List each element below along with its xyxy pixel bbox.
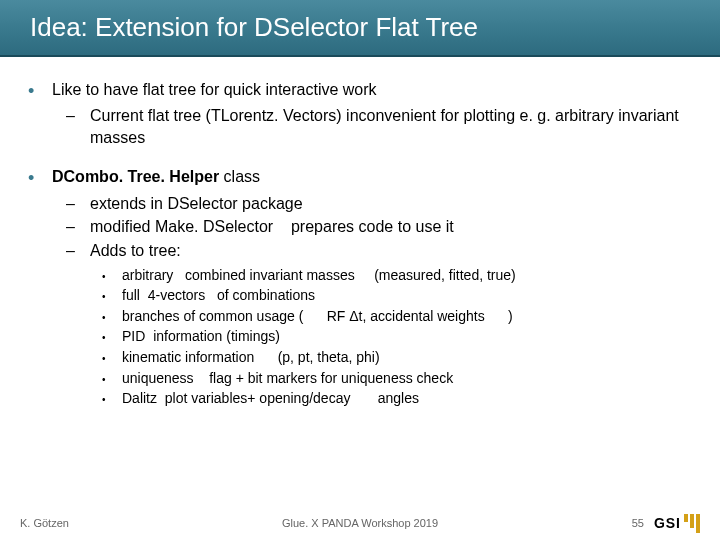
bullet-1-sub-1: Current flat tree (TLorentz. Vectors) in… bbox=[66, 105, 692, 148]
bullet-2-sub-2b: prepares code to use it bbox=[291, 218, 454, 235]
footer: K. Götzen Glue. X PANDA Workshop 2019 55… bbox=[0, 514, 720, 532]
bullet-2-sub-2a: modified Make. DSelector bbox=[90, 218, 273, 235]
ss7c: angles bbox=[378, 390, 419, 406]
bullet-2-sub-3-text: Adds to tree: bbox=[90, 240, 692, 262]
ss7b: plot variables+ opening/decay bbox=[165, 390, 351, 406]
ss3c: ) bbox=[508, 308, 513, 324]
subsub-6: uniqueness flag + bit markers for unique… bbox=[102, 369, 692, 389]
subsub-5: kinematic information (p, pt, theta, phi… bbox=[102, 348, 692, 368]
footer-event: Glue. X PANDA Workshop 2019 bbox=[282, 517, 438, 529]
ss1b: combined invariant masses bbox=[185, 267, 355, 283]
bullet-2-sub-2-text: modified Make. DSelector prepares code t… bbox=[90, 216, 692, 238]
bullet-1-text: Like to have flat tree for quick interac… bbox=[52, 79, 692, 103]
gsi-logo-bars-icon bbox=[684, 514, 700, 533]
subsub-1-text: arbitrary combined invariant masses (mea… bbox=[122, 266, 692, 286]
gsi-logo-text: GSI bbox=[654, 515, 681, 531]
ss4a: PID bbox=[122, 328, 145, 344]
subsub-4-text: PID information (timings) bbox=[122, 327, 692, 347]
ss3a: branches of common usage ( bbox=[122, 308, 303, 324]
subsub-7: Dalitz plot variables+ opening/decay ang… bbox=[102, 389, 692, 409]
ss1a: arbitrary bbox=[122, 267, 173, 283]
footer-page-number: 55 bbox=[632, 517, 644, 529]
bullet-2: DCombo. Tree. Helper class bbox=[28, 166, 692, 190]
subsub-3: branches of common usage ( RF Δt, accide… bbox=[102, 307, 692, 327]
slide-title: Idea: Extension for DSelector Flat Tree bbox=[0, 0, 720, 57]
slide-content: Like to have flat tree for quick interac… bbox=[0, 57, 720, 409]
ss2a: full bbox=[122, 287, 140, 303]
subsub-7-text: Dalitz plot variables+ opening/decay ang… bbox=[122, 389, 692, 409]
bullet-2-sub-1: extends in DSelector package bbox=[66, 193, 692, 215]
subsub-3-text: branches of common usage ( RF Δt, accide… bbox=[122, 307, 692, 327]
subsub-6-text: uniqueness flag + bit markers for unique… bbox=[122, 369, 692, 389]
subsub-5-text: kinematic information (p, pt, theta, phi… bbox=[122, 348, 692, 368]
ss3b: RF Δt, accidental weights bbox=[327, 308, 485, 324]
bullet-2-bold: DCombo. Tree. Helper bbox=[52, 168, 219, 185]
subsub-2-text: full 4-vectors of combinations bbox=[122, 286, 692, 306]
bullet-2-sub-2: modified Make. DSelector prepares code t… bbox=[66, 216, 692, 238]
ss5b: (p, pt, theta, phi) bbox=[278, 349, 380, 365]
ss6a: uniqueness bbox=[122, 370, 194, 386]
subsub-1: arbitrary combined invariant masses (mea… bbox=[102, 266, 692, 286]
ss2c: of combinations bbox=[217, 287, 315, 303]
bullet-2-sub-1-text: extends in DSelector package bbox=[90, 193, 692, 215]
footer-author: K. Götzen bbox=[20, 517, 69, 529]
gsi-logo: GSI bbox=[654, 514, 700, 532]
subsub-2: full 4-vectors of combinations bbox=[102, 286, 692, 306]
ss2b: 4-vectors bbox=[148, 287, 206, 303]
subsub-4: PID information (timings) bbox=[102, 327, 692, 347]
bullet-2-sub-3: Adds to tree: bbox=[66, 240, 692, 262]
bullet-1-sub-1-text: Current flat tree (TLorentz. Vectors) in… bbox=[90, 105, 692, 148]
ss5a: kinematic information bbox=[122, 349, 254, 365]
ss1c: (measured, fitted, true) bbox=[374, 267, 516, 283]
bullet-2-text: DCombo. Tree. Helper class bbox=[52, 166, 692, 190]
bullet-1: Like to have flat tree for quick interac… bbox=[28, 79, 692, 103]
bullet-2-suffix: class bbox=[219, 168, 260, 185]
ss6b: flag + bit markers for uniqueness check bbox=[209, 370, 453, 386]
ss4b: information (timings) bbox=[153, 328, 280, 344]
ss7a: Dalitz bbox=[122, 390, 157, 406]
